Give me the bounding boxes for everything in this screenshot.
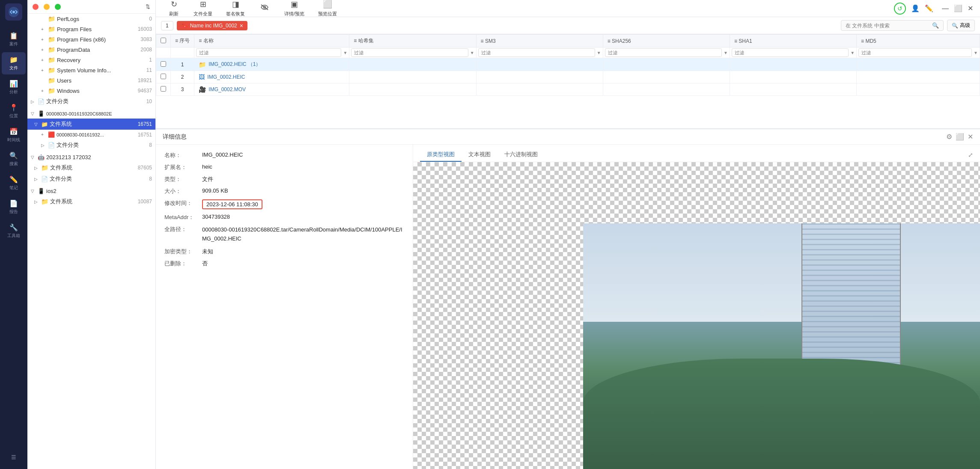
tree-item-filetype1[interactable]: ▷ 📄 文件分类 10 [27, 96, 155, 107]
file-link-1[interactable]: 📁 IMG_0002.HEIC （1） [199, 61, 345, 68]
row-checkbox[interactable] [161, 61, 166, 67]
sidebar-item-cases[interactable]: 📋 案件 [2, 28, 26, 50]
col-header-sha1[interactable]: ≡ SHA1 [730, 35, 856, 47]
advanced-label: 高级 [960, 22, 970, 29]
sidebar-label-location: 位置 [9, 113, 18, 119]
tree-item-filetype2[interactable]: ▷ 📄 文件分类 8 [27, 140, 155, 151]
tree-item-device1[interactable]: ▽ 📱 00008030-001619320C68802E [27, 109, 155, 119]
col-header-hash[interactable]: ≡ 哈希集 [349, 35, 476, 47]
active-filter-tag[interactable]: 🔖 Name inc IMG_0002 × [177, 21, 247, 30]
heic-img-icon: 🖼 [199, 74, 205, 80]
tab-text-view[interactable]: 文本视图 [462, 148, 497, 162]
close-details-button[interactable]: ✕ [968, 133, 973, 141]
details-row-deleted: 已删除： 否 [164, 260, 404, 267]
sidebar-item-notes[interactable]: ✏️ 笔记 [2, 172, 26, 194]
sidebar-label-notes: 笔记 [9, 185, 18, 191]
sidebar-item-location[interactable]: 📍 位置 [2, 100, 26, 122]
table-row[interactable]: 3 🎥 IMG_0002.MOV [156, 83, 980, 96]
hidden-button[interactable] [253, 1, 276, 15]
win-max-button[interactable] [55, 4, 61, 10]
nav-circle[interactable]: ↺ [894, 3, 906, 15]
tree-item-programfiles[interactable]: + 📁 Program Files 16003 [27, 24, 155, 34]
hash-filter-input[interactable] [351, 48, 468, 57]
file-link-2[interactable]: 🖼 IMG_0002.HEIC [199, 74, 345, 80]
user-icon[interactable]: 👤 [911, 4, 920, 12]
file-link-3[interactable]: 🎥 IMG_0002.MOV [199, 86, 345, 93]
tab-hex-view[interactable]: 十六进制视图 [497, 148, 545, 162]
tree-item-fs3[interactable]: ▷ 📁 文件系统 10087 [27, 196, 155, 207]
tree-item-systemvol[interactable]: + 📁 System Volume Info... 11 [27, 65, 155, 75]
col-header-sm3[interactable]: ≡ SM3 [476, 35, 603, 47]
filter-tag-close[interactable]: × [240, 22, 243, 29]
details-row-path: 全路径： 00008030-001619320C68802E.tar/Camer… [164, 226, 404, 243]
sidebar: 📋 案件 📁 文件 📊 分析 📍 位置 📅 时间线 🔍 搜索 ✏️ 笔记 📄 [0, 0, 27, 469]
settings-icon[interactable]: ⚙ [946, 133, 952, 141]
advanced-button[interactable]: 🔍 高级 [947, 20, 975, 31]
sidebar-item-analysis[interactable]: 📊 分析 [2, 76, 26, 98]
external-link-icon[interactable]: ⤢ [968, 151, 973, 158]
tree-item-filesystem-selected[interactable]: ▽ 📁 文件系统 16751 [27, 119, 155, 130]
tree-item-perflogs[interactable]: 📁 PerfLogs 0 [27, 14, 155, 24]
tree-label: ProgramData [57, 47, 139, 53]
tree-item-fs2[interactable]: ▷ 📁 文件系统 87605 [27, 162, 155, 173]
tree-item-programfiles86[interactable]: + 📁 Program Files (x86) 3083 [27, 34, 155, 45]
col-header-sha256[interactable]: ≡ SHA256 [603, 35, 730, 47]
sha1-filter-input[interactable] [732, 48, 849, 57]
col-header-num[interactable]: ≡ 序号 [171, 35, 194, 47]
row-checkbox[interactable] [161, 86, 166, 92]
row-checkbox[interactable] [161, 74, 166, 79]
sidebar-item-search[interactable]: 🔍 搜索 [2, 148, 26, 170]
file-name-3: IMG_0002.MOV [209, 86, 246, 92]
folder-icon: 📁 [48, 77, 55, 84]
name-filter-input[interactable] [196, 48, 341, 57]
folder-icon: 📁 [41, 198, 48, 205]
tree-count: 16003 [138, 26, 152, 32]
win-min-button[interactable] [44, 4, 50, 10]
tree-count: 18921 [138, 77, 152, 83]
md5-filter-input[interactable] [858, 48, 972, 57]
sidebar-item-files[interactable]: 📁 文件 [2, 52, 26, 74]
row-name[interactable]: 🖼 IMG_0002.HEIC [194, 71, 349, 83]
col-header-name[interactable]: ≡ 名称 [194, 35, 349, 47]
win-close-button[interactable] [33, 4, 39, 10]
expand-icon: + [41, 68, 48, 73]
folder-icon: 📁 [48, 26, 55, 33]
details-row-name: 名称： IMG_0002.HEIC [164, 151, 404, 159]
sha256-filter-input[interactable] [605, 48, 722, 57]
row-name[interactable]: 🎥 IMG_0002.MOV [194, 83, 349, 96]
minimize-button[interactable]: — [942, 5, 949, 12]
sm3-filter-input[interactable] [478, 48, 595, 57]
tree-item-device1-sub[interactable]: + 🟥 00008030-00161932... 16751 [27, 130, 155, 140]
col-header-md5[interactable]: ≡ MD5 [857, 35, 980, 47]
sidebar-item-tools[interactable]: 🔧 工具箱 [2, 220, 26, 242]
details-label: 详情/预览 [284, 11, 304, 17]
expand-button[interactable]: ⇅ [146, 3, 150, 10]
folder-fs-icon: 📁 [41, 121, 48, 128]
preview-tabs: 原类型视图 文本视图 十六进制视图 ⤢ [413, 145, 980, 162]
table-row[interactable]: 2 🖼 IMG_0002.HEIC [156, 71, 980, 83]
tree-item-windows[interactable]: + 📁 Windows 94637 [27, 86, 155, 96]
search-input[interactable] [846, 23, 929, 29]
tree-item-ios2[interactable]: ▽ 📱 ios2 [27, 186, 155, 196]
expand-icon: + [41, 58, 48, 62]
tree-item-filetype3[interactable]: ▷ 📄 文件分类 8 [27, 173, 155, 184]
table-row[interactable]: 1 📁 IMG_0002.HEIC （1） [156, 58, 980, 71]
sidebar-item-timeline[interactable]: 📅 时间线 [2, 124, 26, 146]
sidebar-menu-button[interactable]: ☰ [2, 448, 26, 466]
panel-icon[interactable]: ⬜ [956, 133, 964, 141]
select-all-checkbox[interactable] [161, 38, 166, 43]
maximize-button[interactable]: ⬜ [954, 4, 962, 12]
sidebar-item-reports[interactable]: 📄 报告 [2, 196, 26, 218]
hidden-icon [260, 4, 269, 13]
file-name-2: IMG_0002.HEIC [207, 74, 245, 80]
tree-item-device2[interactable]: ▽ 🤖 20231213 172032 [27, 152, 155, 162]
close-button[interactable]: ✕ [968, 4, 973, 12]
tree-label: System Volume Info... [57, 67, 145, 74]
tree-item-programdata[interactable]: + 📁 ProgramData 2008 [27, 45, 155, 55]
row-name[interactable]: 📁 IMG_0002.HEIC （1） [194, 58, 349, 71]
tree-item-recovery[interactable]: + 📁 Recovery 1 [27, 55, 155, 65]
edit-icon[interactable]: ✏️ [925, 4, 933, 12]
search-input-wrap[interactable]: 🔍 [841, 20, 944, 31]
tree-item-users[interactable]: 📁 Users 18921 [27, 75, 155, 86]
tab-raw-view[interactable]: 原类型视图 [420, 148, 462, 162]
